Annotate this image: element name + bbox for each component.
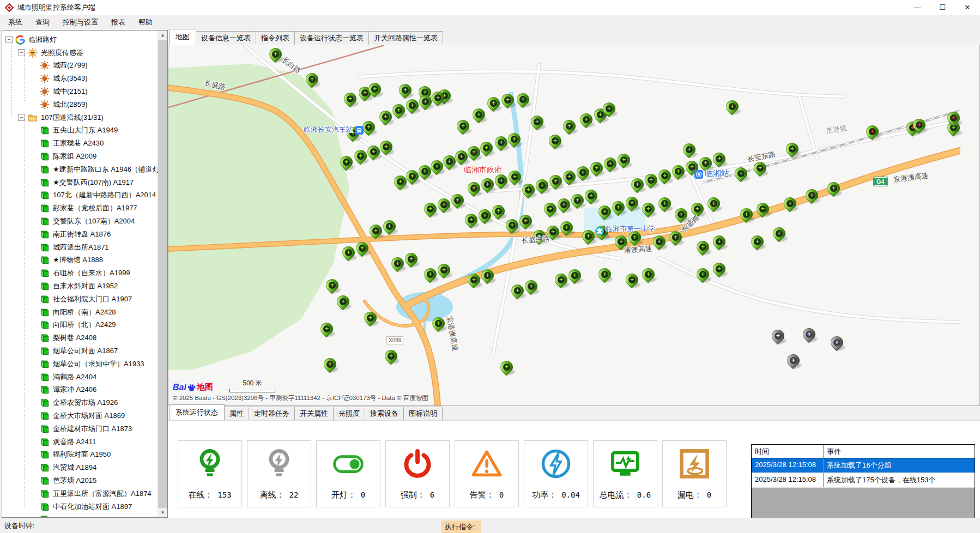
tree-item[interactable]: 临湘路灯 — [2, 33, 158, 46]
device-pin-online[interactable] — [519, 215, 531, 231]
tree-item[interactable]: 五里派出所（富源汽配）A1874 — [2, 487, 158, 500]
device-pin-online[interactable] — [740, 208, 752, 225]
tab[interactable]: 光照度 — [333, 407, 365, 420]
device-pin-online[interactable] — [522, 184, 534, 200]
tab[interactable]: 指令列表 — [256, 31, 295, 45]
device-pin-online[interactable] — [337, 295, 349, 312]
device-pin-online[interactable] — [432, 317, 444, 334]
device-pin-online[interactable] — [394, 175, 406, 192]
tree-item[interactable]: 城东(3543) — [2, 72, 158, 85]
tree-item[interactable]: 石咀桥（自来水）A1999 — [2, 266, 158, 280]
device-pin-online[interactable] — [344, 93, 356, 109]
device-pin-online[interactable] — [558, 198, 570, 215]
device-pin-online[interactable] — [506, 219, 518, 235]
device-pin-online[interactable] — [626, 197, 638, 213]
scrollbar-down-icon[interactable]: ▼ — [158, 508, 167, 517]
device-pin-offline[interactable] — [831, 336, 843, 353]
device-pin-online[interactable] — [306, 73, 318, 89]
device-pin-online[interactable] — [784, 197, 796, 214]
device-pin-online[interactable] — [368, 83, 380, 99]
tab[interactable]: 属性 — [224, 407, 249, 420]
device-pin-online[interactable] — [495, 174, 507, 191]
device-pin-online[interactable] — [468, 146, 480, 162]
tab[interactable]: 地图 — [169, 29, 196, 45]
device-pin-online[interactable] — [757, 203, 769, 219]
tree-item[interactable]: 金桥建材市场门口 A1873 — [2, 422, 158, 435]
device-pin-online[interactable] — [786, 143, 798, 159]
tree-item[interactable]: 烟草公司对面 A1867 — [2, 344, 158, 358]
device-pin-online[interactable] — [364, 312, 376, 328]
tab[interactable]: 搜索设备 — [365, 407, 404, 420]
tree-item[interactable]: 107国道沿线(31/31) — [2, 111, 158, 124]
device-pin-online[interactable] — [806, 189, 818, 205]
map-view[interactable]: 长盛路长白路临湘长安汽车站临湘市政府临湘站长安东路京港线G4京港澳高速文临湘市第… — [168, 45, 980, 406]
device-pin-online[interactable] — [525, 280, 537, 296]
device-pin-online[interactable] — [481, 269, 493, 286]
device-pin-online[interactable] — [479, 209, 491, 226]
tree-item[interactable]: 福利院对面 A1950 — [2, 449, 158, 462]
device-pin-alarm[interactable] — [866, 125, 878, 142]
device-pin-online[interactable] — [560, 221, 572, 238]
tree-item[interactable]: ★建新中路路口东 A1946（辅道灯） — [2, 163, 158, 176]
device-pin-online[interactable] — [603, 102, 615, 119]
minimize-button[interactable]: — — [905, 0, 930, 15]
device-pin-online[interactable] — [432, 92, 444, 108]
tab[interactable]: 设备信息一览表 — [196, 31, 256, 45]
device-pin-online[interactable] — [577, 166, 589, 183]
device-pin-online[interactable] — [618, 154, 630, 170]
tree-item[interactable]: 烟草公司（求知中学）A1933 — [2, 358, 158, 371]
device-pin-online[interactable] — [563, 171, 575, 187]
device-pin-online[interactable] — [370, 225, 382, 241]
device-pin-online[interactable] — [379, 111, 391, 127]
device-pin-online[interactable] — [324, 358, 336, 374]
device-pin-online[interactable] — [598, 205, 610, 222]
device-pin-online[interactable] — [391, 257, 403, 274]
tree-item[interactable]: 城西派出所A1871 — [2, 241, 158, 254]
device-pin-offline[interactable] — [787, 354, 799, 371]
menu-item[interactable]: 系统 — [2, 15, 29, 30]
device-pin-online[interactable] — [509, 171, 521, 187]
device-pin-online[interactable] — [511, 284, 523, 301]
device-pin-online[interactable] — [487, 97, 499, 113]
tree-item[interactable]: 城北(2859) — [2, 98, 158, 111]
device-pin-online[interactable] — [697, 241, 709, 257]
device-pin-online[interactable] — [713, 235, 725, 252]
device-pin-online[interactable] — [385, 350, 397, 366]
device-pin-online[interactable] — [468, 182, 480, 198]
device-pin-online[interactable] — [320, 323, 332, 339]
device-pin-offline[interactable] — [803, 328, 815, 344]
device-pin-online[interactable] — [508, 133, 520, 149]
tab[interactable]: 系统运行状态 — [169, 404, 225, 420]
device-pin-online[interactable] — [438, 264, 450, 280]
device-pin-online[interactable] — [549, 135, 561, 151]
tab[interactable]: 开关回路属性一览表 — [368, 31, 443, 45]
device-pin-online[interactable] — [419, 95, 431, 112]
tree-item[interactable]: 芭茅塘 A2015 — [2, 474, 158, 487]
device-pin-online[interactable] — [585, 190, 597, 206]
tree-item[interactable]: 鸿鹤路 A2404 — [2, 371, 158, 384]
device-pin-online[interactable] — [465, 214, 477, 230]
device-pin-online[interactable] — [642, 268, 654, 284]
tree-item[interactable]: 光照度传感器 — [2, 46, 158, 59]
device-pin-online[interactable] — [431, 160, 443, 177]
tree-item[interactable]: 向阳桥（南）A2428 — [2, 306, 158, 319]
menu-item[interactable]: 帮助 — [132, 15, 159, 30]
device-pin-online[interactable] — [626, 274, 638, 290]
tree-item[interactable]: 交警队东（107南）A2004 — [2, 215, 158, 228]
tree-scrollbar[interactable]: ▲ ▼ — [158, 31, 167, 517]
device-pin-online[interactable] — [672, 165, 684, 181]
device-pin-online[interactable] — [555, 274, 567, 290]
device-pin-online[interactable] — [683, 143, 695, 160]
device-pin-online[interactable] — [367, 146, 379, 162]
device-pin-online[interactable] — [571, 194, 583, 210]
device-pin-online[interactable] — [563, 120, 575, 136]
tree-item[interactable]: 彭家巷（党校后面）A1977 — [2, 202, 158, 215]
tree-item[interactable]: 社会福利院大门口 A1907 — [2, 293, 158, 306]
device-pin-online[interactable] — [473, 108, 485, 125]
device-pin-online[interactable] — [604, 158, 616, 174]
device-pin-online[interactable] — [354, 150, 366, 166]
device-pin-online[interactable] — [468, 274, 480, 290]
tree-item[interactable]: 梨树巷 A2408 — [2, 331, 158, 344]
device-pin-online[interactable] — [492, 205, 504, 221]
device-pin-online[interactable] — [438, 198, 450, 215]
